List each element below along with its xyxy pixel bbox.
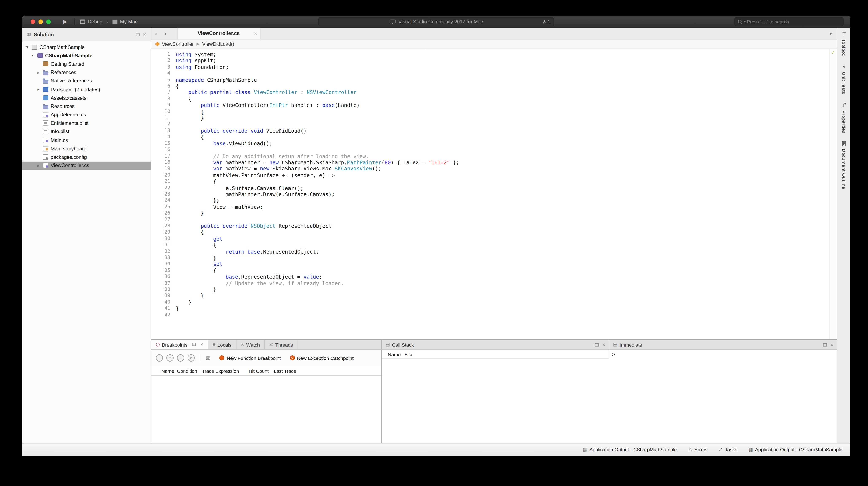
dock-pad-icon[interactable] bbox=[823, 343, 827, 346]
code-line[interactable]: 5namespace CSharpMathSample bbox=[151, 77, 830, 83]
breadcrumb-class[interactable]: ViewController bbox=[162, 41, 194, 47]
tab-properties[interactable]: Properties bbox=[841, 102, 846, 133]
code-line[interactable]: 34 set bbox=[151, 261, 830, 267]
tree-item-resources[interactable]: Resources bbox=[22, 102, 151, 111]
code-line[interactable]: 16 bbox=[151, 147, 830, 153]
code-line[interactable]: 8 { bbox=[151, 96, 830, 102]
code-line[interactable]: 33 } bbox=[151, 255, 830, 261]
code-line[interactable]: 23 mathPainter.Draw(e.Surface.Canvas); bbox=[151, 191, 830, 197]
close-tab-icon[interactable]: × bbox=[254, 30, 257, 36]
search-field[interactable]: ▾ bbox=[735, 17, 843, 26]
code-line[interactable]: 32 return base.RepresentedObject; bbox=[151, 248, 830, 255]
tab-threads[interactable]: ⇄ Threads bbox=[265, 340, 298, 349]
code-line[interactable]: 29 { bbox=[151, 229, 830, 235]
code-line[interactable]: 4 bbox=[151, 70, 830, 77]
tree-item-info-plist[interactable]: Info.plist bbox=[22, 127, 151, 136]
code-line[interactable]: 30 get bbox=[151, 236, 830, 242]
code-line[interactable]: 31 { bbox=[151, 242, 830, 248]
run-button[interactable]: ▶ bbox=[63, 19, 67, 25]
close-window-button[interactable] bbox=[31, 20, 35, 24]
warnings-badge[interactable]: ⚠ 1 bbox=[542, 19, 550, 25]
disable-breakpoint-button[interactable]: − bbox=[177, 354, 184, 362]
new-breakpoint-button[interactable] bbox=[156, 354, 163, 362]
code-line[interactable]: 2using AppKit; bbox=[151, 58, 830, 64]
column-header-name[interactable]: Name bbox=[161, 368, 177, 373]
code-line[interactable]: 35 { bbox=[151, 267, 830, 274]
code-line[interactable]: 36 base.RepresentedObject = value; bbox=[151, 274, 830, 280]
tree-item-packages-config[interactable]: packages.config bbox=[22, 153, 151, 161]
chevron-down-icon[interactable]: ▾ bbox=[25, 45, 30, 50]
new-exception-catchpoint-button[interactable]: ϟ New Exception Catchpoint bbox=[290, 355, 353, 361]
dock-pad-icon[interactable] bbox=[136, 33, 140, 36]
close-pad-icon[interactable]: × bbox=[830, 342, 833, 347]
code-line[interactable]: 10 { bbox=[151, 108, 830, 115]
code-line[interactable]: 1using System; bbox=[151, 51, 830, 58]
tree-item-main-cs[interactable]: Main.cs bbox=[22, 136, 151, 144]
code-line[interactable]: 39 } bbox=[151, 293, 830, 299]
chevron-right-icon[interactable]: ▸ bbox=[36, 163, 41, 168]
tree-item-entitlements-plist[interactable]: Entitlements.plist bbox=[22, 119, 151, 127]
code-line[interactable]: 7 public partial class ViewController : … bbox=[151, 89, 830, 96]
column-header-hit-count[interactable]: Hit Count bbox=[249, 368, 274, 373]
code-line[interactable]: 26 } bbox=[151, 210, 830, 217]
close-pad-icon[interactable]: × bbox=[200, 342, 203, 347]
code-line[interactable]: 27 bbox=[151, 217, 830, 223]
minimize-window-button[interactable] bbox=[38, 20, 42, 24]
edit-breakpoint-button[interactable]: + bbox=[166, 354, 174, 362]
code-line[interactable]: 9 public ViewController(IntPtr handle) :… bbox=[151, 102, 830, 108]
code-line[interactable]: 40 } bbox=[151, 299, 830, 306]
breadcrumb-member[interactable]: ViewDidLoad() bbox=[202, 41, 234, 47]
tree-item-csharpmathsample[interactable]: ▾CSharpMathSample bbox=[22, 43, 151, 51]
code-line[interactable]: 11 } bbox=[151, 115, 830, 121]
application-output-csharpmathsample-status-item[interactable]: ▦Application Output - CSharpMathSample bbox=[583, 447, 677, 452]
code-line[interactable]: 6{ bbox=[151, 83, 830, 89]
zoom-window-button[interactable] bbox=[46, 20, 50, 24]
call-stack-list[interactable] bbox=[382, 359, 609, 443]
code-line[interactable]: 22 e.Surface.Canvas.Clear(); bbox=[151, 185, 830, 191]
tasks-status-item[interactable]: ✓Tasks bbox=[719, 447, 737, 452]
column-header-trace-expression[interactable]: Trace Expression bbox=[202, 368, 249, 373]
code-area[interactable]: 1using System;2using AppKit;3using Found… bbox=[151, 49, 830, 339]
immediate-console[interactable]: > bbox=[609, 350, 837, 443]
tree-item-main-storyboard[interactable]: Main.storyboard bbox=[22, 144, 151, 153]
dock-pad-icon[interactable] bbox=[192, 343, 196, 346]
code-line[interactable]: 17 // Do any additional setup after load… bbox=[151, 153, 830, 159]
chevron-right-icon[interactable]: ▸ bbox=[36, 87, 41, 92]
column-header-file[interactable]: File bbox=[404, 351, 427, 357]
new-function-breakpoint-button[interactable]: New Function Breakpoint bbox=[220, 355, 281, 361]
code-line[interactable]: 13 public override void ViewDidLoad() bbox=[151, 127, 830, 134]
code-line[interactable]: 19 var mathView = new SkiaSharp.Views.Ma… bbox=[151, 166, 830, 172]
remove-breakpoint-button[interactable]: × bbox=[187, 354, 195, 362]
code-line[interactable]: 21 { bbox=[151, 178, 830, 184]
code-line[interactable]: 38 } bbox=[151, 286, 830, 293]
tab-list-dropdown-icon[interactable]: ▾ bbox=[825, 28, 837, 39]
close-pad-icon[interactable]: × bbox=[143, 31, 146, 37]
application-output-csharpmathsample-status-item[interactable]: ▦Application Output - CSharpMathSample bbox=[748, 447, 842, 452]
tab-watch[interactable]: ∞ Watch bbox=[237, 340, 265, 349]
tab-toolbox[interactable]: Toolbox bbox=[841, 31, 846, 57]
tree-item-references[interactable]: ▸References bbox=[22, 68, 151, 77]
tree-item-native-references[interactable]: Native References bbox=[22, 77, 151, 85]
errors-status-item[interactable]: ⚠Errors bbox=[688, 447, 708, 452]
code-line[interactable]: 20 mathView.PaintSurface += (sender, e) … bbox=[151, 172, 830, 178]
tab-breakpoints[interactable]: Breakpoints × bbox=[151, 340, 208, 349]
chevron-down-icon[interactable]: ▾ bbox=[31, 53, 35, 58]
code-line[interactable]: 25 View = mathView; bbox=[151, 204, 830, 210]
editor-tab[interactable]: ViewController.cs × bbox=[177, 28, 260, 39]
code-line[interactable]: 3using Foundation; bbox=[151, 64, 830, 70]
tab-unit-tests[interactable]: Unit Tests bbox=[841, 64, 846, 94]
tree-item-appdelegate-cs[interactable]: AppDelegate.cs bbox=[22, 111, 151, 119]
code-line[interactable]: 18 var mathPainter = new CSharpMath.Skia… bbox=[151, 159, 830, 166]
tree-item-assets-xcassets[interactable]: Assets.xcassets bbox=[22, 94, 151, 102]
code-line[interactable]: 28 public override NSObject RepresentedO… bbox=[151, 223, 830, 229]
code-line[interactable]: 24 }; bbox=[151, 197, 830, 204]
column-header-name[interactable]: Name bbox=[388, 351, 404, 357]
tab-locals[interactable]: ≡ Locals bbox=[208, 340, 237, 349]
tree-item-viewcontroller-cs[interactable]: ▸ViewController.cs bbox=[22, 161, 151, 170]
tab-document-outline[interactable]: Document Outline bbox=[841, 141, 846, 190]
code-line[interactable]: 15 base.ViewDidLoad(); bbox=[151, 140, 830, 147]
code-line[interactable]: 37 // Update the view, if already loaded… bbox=[151, 280, 830, 286]
breakpoints-list[interactable] bbox=[151, 376, 381, 443]
build-configuration-picker[interactable]: Debug › My Mac bbox=[80, 19, 137, 25]
chevron-right-icon[interactable]: ▸ bbox=[36, 70, 41, 75]
